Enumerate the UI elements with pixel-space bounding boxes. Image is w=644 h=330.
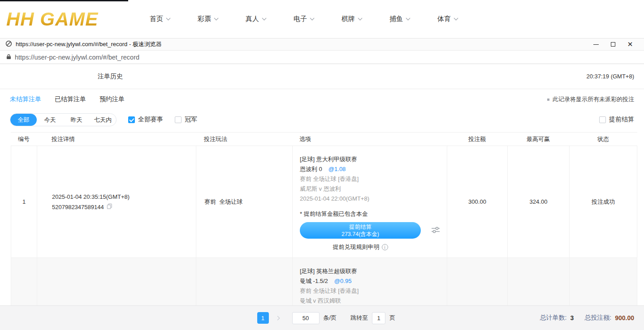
cashout-rule-text: 提前兑现规则申明 — [333, 243, 380, 251]
cashout-button[interactable]: 提前结算 273.74(含本金) — [300, 222, 421, 239]
cell-detail — [37, 258, 196, 305]
window-title: https://user-pc-new.jylywl.com/#/bet_rec… — [16, 40, 162, 48]
server-time: 20:37:19 (GMT+8) — [586, 73, 634, 80]
url-text: https://user-pc-new.jylywl.com/#/bet_rec… — [15, 54, 139, 61]
cell-no — [11, 258, 37, 305]
site-header: HH GAME 首页 彩票 真人 电子 棋牌 捕鱼 体育 — [0, 0, 644, 38]
cashout-rule-link[interactable]: 提前兑现规则申明 i — [300, 243, 421, 251]
market: 赛前 全场让球 [香港盘] — [300, 174, 442, 184]
logo: HH GAME — [6, 9, 126, 30]
date-option-today[interactable]: 今天 — [37, 114, 63, 126]
screen: HH GAME 首页 彩票 真人 电子 棋牌 捕鱼 体育 https://use… — [0, 0, 644, 330]
chevron-down-icon — [166, 16, 171, 21]
chevron-right-icon — [275, 316, 280, 320]
nav-label: 电子 — [294, 15, 307, 23]
copy-icon[interactable] — [107, 202, 112, 212]
sliders-icon[interactable] — [431, 225, 441, 236]
chevron-down-icon — [358, 16, 363, 21]
tab-settled[interactable]: 已结算注单 — [55, 95, 86, 103]
cell-option: [足球] 意大利甲级联赛 恩波利 0@1.08 赛前 全场让球 [香港盘] 威尼… — [293, 146, 447, 257]
main-nav: 首页 彩票 真人 电子 棋牌 捕鱼 体育 — [150, 15, 458, 23]
col-header-play: 投注玩法 — [196, 135, 292, 143]
checkbox-checked-icon — [128, 116, 135, 123]
jump-page-input[interactable] — [372, 312, 385, 324]
lock-icon — [6, 53, 11, 61]
tab-reserved[interactable]: 预约注单 — [99, 95, 125, 103]
cashout-row: 提前结算 273.74(含本金) — [300, 222, 442, 239]
maximize-icon — [611, 42, 615, 47]
pick-line: 曼城 -1.5/2@0.95 — [300, 276, 442, 286]
cell-status — [570, 258, 637, 305]
champion-checkbox[interactable]: 冠军 — [175, 116, 197, 124]
page-1-button[interactable]: 1 — [257, 312, 268, 324]
cell-detail: 2025-01-04 20:35:15(GMT+8) 5207982347589… — [37, 146, 196, 257]
table-row: [足球] 英格兰超级联赛 曼城 -1.5/2@0.95 赛前 全场让球 [香港盘… — [11, 258, 637, 305]
record-note: 此记录将显示所有未派彩的投注 — [547, 95, 634, 103]
total-amount-label: 总投注额: — [584, 314, 611, 322]
filter-left: 全部 今天 昨天 七天内 全部赛事 冠军 — [10, 113, 197, 126]
tabs-row: 未结算注单 已结算注单 预约注单 此记录将显示所有未派彩的投注 — [0, 89, 644, 110]
cell-maxwin: 324.00 — [508, 146, 570, 257]
nav-item-home[interactable]: 首页 — [150, 15, 170, 23]
cell-amount — [447, 258, 508, 305]
browser-globe-icon — [5, 40, 12, 49]
url-bar[interactable]: https://user-pc-new.jylywl.com/#/bet_rec… — [0, 51, 644, 64]
chevron-down-icon — [454, 16, 458, 21]
table-header: 编号 投注详情 投注玩法 选项 投注额 最高可赢 状态 — [11, 132, 637, 146]
checkbox-icon — [599, 116, 606, 123]
col-header-no: 编号 — [11, 135, 37, 143]
nav-item-fishing[interactable]: 捕鱼 — [389, 15, 410, 23]
jump-label: 跳转至 — [350, 314, 368, 322]
nav-item-sports[interactable]: 体育 — [437, 15, 458, 23]
all-events-checkbox[interactable]: 全部赛事 — [128, 116, 163, 124]
tab-unsettled[interactable]: 未结算注单 — [10, 95, 41, 103]
pagination-bar: 1 条/页 跳转至 页 总计单数: 3 总投注额: 900.00 — [0, 305, 644, 330]
pick-line: 恩波利 0@1.08 — [300, 164, 442, 174]
page-size-label: 条/页 — [323, 314, 337, 322]
bullet-icon — [547, 99, 549, 101]
col-header-maxwin: 最高可赢 — [507, 135, 569, 143]
close-button[interactable]: ✕ — [622, 39, 639, 50]
match-time: 2025-01-04 22:00(GMT+8) — [300, 194, 442, 204]
chevron-down-icon — [310, 16, 315, 21]
odds: @1.08 — [328, 166, 346, 172]
page-unit-label: 页 — [389, 314, 395, 322]
nav-label: 彩票 — [198, 15, 211, 23]
cell-play: 赛前 全场让球 — [196, 146, 293, 257]
next-page-button[interactable] — [272, 312, 282, 324]
page-size-input[interactable] — [292, 312, 319, 324]
nav-label: 首页 — [150, 15, 163, 23]
checkbox-icon — [175, 116, 182, 123]
nav-label: 体育 — [437, 15, 451, 23]
page-title: 注单历史 — [98, 73, 123, 81]
date-option-yesterday[interactable]: 昨天 — [63, 114, 90, 126]
total-amount-value: 900.00 — [615, 314, 634, 321]
date-option-all[interactable]: 全部 — [10, 114, 37, 126]
col-header-detail: 投注详情 — [37, 135, 196, 143]
maximize-button[interactable] — [605, 39, 622, 50]
early-settle-checkbox[interactable]: 提前结算 — [599, 116, 634, 124]
date-option-7days[interactable]: 七天内 — [90, 114, 116, 126]
nav-item-lottery[interactable]: 彩票 — [198, 15, 218, 23]
cell-maxwin — [508, 258, 570, 305]
totals: 总计单数: 3 总投注额: 900.00 — [540, 314, 634, 322]
record-note-text: 此记录将显示所有未派彩的投注 — [553, 95, 634, 103]
pick: 恩波利 0 — [300, 166, 322, 172]
cashout-note: * 提前结算金额已包含本金 — [300, 209, 442, 219]
nav-item-live[interactable]: 真人 — [246, 15, 266, 23]
minimize-button[interactable] — [588, 39, 605, 50]
nav-item-cards[interactable]: 棋牌 — [341, 15, 362, 23]
odds: @0.95 — [334, 278, 352, 284]
nav-item-slots[interactable]: 电子 — [294, 15, 314, 23]
cell-option: [足球] 英格兰超级联赛 曼城 -1.5/2@0.95 赛前 全场让球 [香港盘… — [293, 258, 447, 305]
all-events-label: 全部赛事 — [138, 116, 163, 124]
total-count-label: 总计单数: — [540, 314, 567, 322]
market: 赛前 全场让球 [香港盘] — [300, 286, 442, 296]
league-name: [足球] 意大利甲级联赛 — [300, 154, 442, 164]
col-header-amount: 投注额 — [447, 135, 507, 143]
info-icon: i — [382, 244, 388, 250]
cell-play — [196, 258, 293, 305]
early-settle-label: 提前结算 — [609, 116, 634, 124]
champion-label: 冠军 — [185, 116, 197, 124]
window-controls: ✕ — [588, 39, 639, 50]
